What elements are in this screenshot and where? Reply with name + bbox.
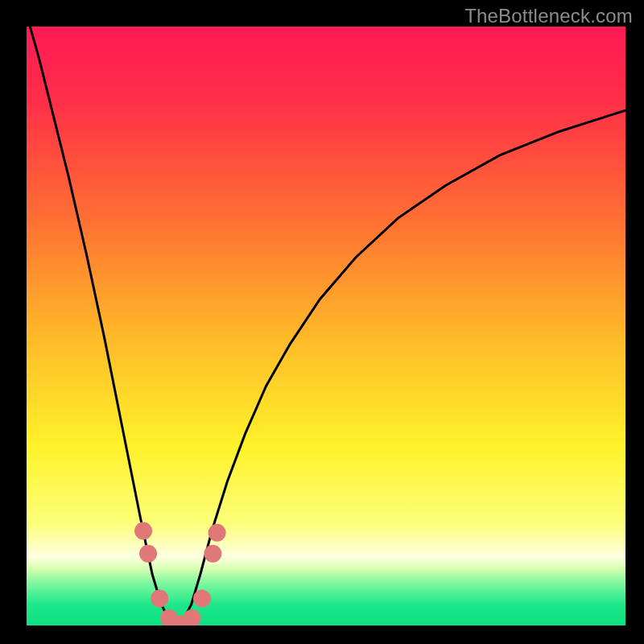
curve-marker <box>204 545 221 563</box>
bottleneck-chart <box>27 27 625 625</box>
curve-marker <box>139 545 157 563</box>
chart-frame: TheBottleneck.com <box>0 0 644 644</box>
curve-marker <box>193 590 211 608</box>
watermark-label: TheBottleneck.com <box>464 5 633 27</box>
curve-marker <box>134 522 152 539</box>
curve-marker <box>151 590 168 608</box>
curve-marker <box>208 524 226 542</box>
chart-background <box>27 27 625 625</box>
